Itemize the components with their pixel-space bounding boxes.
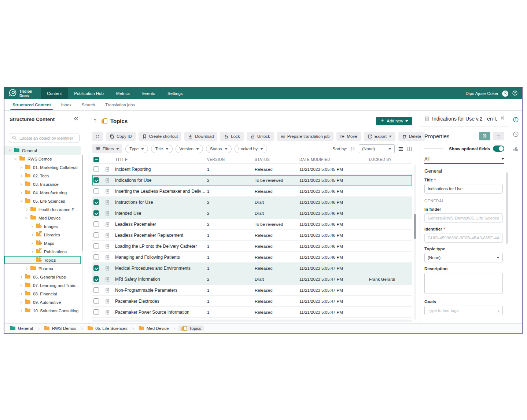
- chevron-down-icon[interactable]: [18, 199, 24, 203]
- table-row-mri-safety-information[interactable]: MRI Safety Information2Draft11/21/2023 5…: [92, 274, 412, 285]
- row-checkbox[interactable]: [93, 287, 99, 293]
- topnav-item-events[interactable]: Events: [136, 88, 161, 99]
- lock-button[interactable]: Lock: [220, 132, 243, 141]
- tree-item-general[interactable]: General: [4, 146, 81, 155]
- chevron-right-icon[interactable]: [18, 275, 24, 279]
- table-row-intended-use[interactable]: Intended Use2Draft11/21/2023 5:05:46 PM: [92, 208, 412, 219]
- table-row-leadless-pacemaker[interactable]: Leadless Pacemaker2To be reviewed11/21/2…: [92, 219, 412, 230]
- filter-pill-type[interactable]: Type: [125, 145, 148, 153]
- chevron-right-icon[interactable]: [18, 174, 24, 178]
- panel-scrollbar[interactable]: [506, 172, 508, 244]
- topnav-item-content[interactable]: Content: [41, 88, 68, 99]
- table-row-loading-the-lp-onto-the-delivery-catheter[interactable]: Loading the LP onto the Delivery Cathete…: [92, 241, 412, 252]
- tree-item-topics[interactable]: Topics: [4, 256, 81, 264]
- topnav-item-metrics[interactable]: Metrics: [110, 88, 136, 99]
- table-horizontal-scrollbar[interactable]: [92, 320, 412, 322]
- row-checkbox[interactable]: [93, 298, 99, 304]
- tree-item-02-tech[interactable]: 02. Tech: [4, 172, 81, 180]
- goals-input[interactable]: [424, 306, 503, 315]
- chevron-right-icon[interactable]: [29, 242, 35, 245]
- close-panel-button[interactable]: [500, 115, 505, 122]
- tab-inbox[interactable]: Inbox: [61, 99, 71, 110]
- tree-item-maps[interactable]: Maps: [4, 239, 81, 247]
- row-checkbox[interactable]: [93, 221, 99, 227]
- row-checkbox[interactable]: [93, 166, 99, 172]
- history-tab-icon[interactable]: [513, 131, 519, 137]
- tree-item-rws-demos[interactable]: RWS Demos: [4, 155, 81, 163]
- chevron-right-icon[interactable]: [18, 309, 24, 313]
- user-avatar[interactable]: [502, 91, 508, 97]
- row-checkbox[interactable]: [93, 210, 99, 216]
- row-checkbox[interactable]: [93, 254, 99, 260]
- table-row-managing-and-following-patients[interactable]: Managing and Following Patients1Released…: [92, 252, 412, 263]
- row-checkbox[interactable]: [93, 243, 99, 249]
- prepare-translation-job-button[interactable]: Prepare translation job: [277, 132, 333, 141]
- select-all-checkbox[interactable]: [93, 157, 99, 162]
- row-checkbox[interactable]: [93, 276, 99, 282]
- chevron-down-icon[interactable]: [7, 149, 13, 152]
- column-status[interactable]: STATUS: [255, 158, 299, 162]
- breadcrumb-item-topics[interactable]: Topics: [178, 325, 204, 331]
- tree-item-libraries[interactable]: Libraries: [4, 231, 81, 239]
- help-button[interactable]: [512, 90, 518, 97]
- column-date-modified[interactable]: DATE MODIFIED: [299, 158, 369, 162]
- grid-view-icon[interactable]: [407, 146, 412, 152]
- chevron-right-icon[interactable]: [29, 233, 35, 237]
- breadcrumb-item-med-device[interactable]: Med Device: [137, 325, 170, 331]
- table-scrollbar[interactable]: [414, 165, 416, 320]
- row-checkbox[interactable]: [93, 265, 99, 271]
- breadcrumb-item-general[interactable]: General: [9, 325, 34, 331]
- undo-button[interactable]: [493, 132, 504, 140]
- tree-item-05-life-sciences[interactable]: 05. Life Sciences: [4, 197, 81, 205]
- table-row-pacemaker-power-source-information[interactable]: Pacemaker Power Source Information1Relea…: [92, 307, 412, 318]
- chevron-right-icon[interactable]: [18, 284, 24, 287]
- chevron-right-icon[interactable]: [29, 250, 35, 254]
- add-new-button[interactable]: Add new: [376, 117, 412, 125]
- info-tab-icon[interactable]: [513, 117, 519, 123]
- chevron-right-icon[interactable]: [24, 208, 30, 211]
- table-row-medical-procedures-and-environments[interactable]: Medical Procedures and Environments1Rele…: [92, 263, 412, 274]
- filter-pill-status[interactable]: Status: [206, 145, 232, 153]
- tab-translation-jobs[interactable]: Translation jobs: [105, 99, 135, 110]
- go-up-button[interactable]: [92, 118, 98, 125]
- field-filter-dropdown[interactable]: All: [424, 155, 504, 164]
- unlock-button[interactable]: Unlock: [247, 132, 274, 141]
- table-row-pacemaker-electrodes[interactable]: Pacemaker Electrodes1Released11/21/2023 …: [92, 296, 412, 307]
- preview-tab-icon[interactable]: [513, 146, 519, 152]
- filters-button[interactable]: Filters: [92, 144, 122, 153]
- chevron-right-icon[interactable]: [29, 225, 35, 228]
- chevron-right-icon[interactable]: [18, 183, 24, 186]
- breadcrumb-item-05-life-sciences[interactable]: 05. Life Sciences: [86, 325, 129, 331]
- table-row-instructions-for-use[interactable]: Instructions for Use2Draft11/21/2023 5:0…: [92, 197, 412, 208]
- tree-item-07-learning-and-train[interactable]: 07. Learning and Train...: [4, 281, 81, 290]
- chevron-down-icon[interactable]: [24, 216, 30, 220]
- tree-item-01-marketing-collateral[interactable]: 01. Marketing Collateral: [4, 163, 81, 172]
- sort-direction-icon[interactable]: [350, 146, 355, 151]
- export-button[interactable]: Export: [364, 132, 395, 141]
- filter-pill-locked-by[interactable]: Locked by: [235, 145, 267, 153]
- table-row-leadless-pacemaker-replacement[interactable]: Leadless Pacemaker Replacement1Released1…: [92, 230, 412, 241]
- row-checkbox[interactable]: [93, 232, 99, 238]
- filter-pill-title[interactable]: Title: [151, 145, 172, 153]
- chevron-right-icon[interactable]: [18, 191, 24, 195]
- row-checkbox[interactable]: [93, 188, 99, 194]
- tree-item-04-manufacturing[interactable]: 04. Manufacturing: [4, 188, 81, 197]
- list-view-icon[interactable]: [398, 146, 403, 152]
- topnav-item-publication-hub[interactable]: Publication Hub: [68, 88, 110, 99]
- chevron-right-icon[interactable]: [24, 267, 30, 270]
- tab-search[interactable]: Search: [82, 99, 95, 110]
- table-row-indications-for-use[interactable]: Indications for Use2To be reviewed11/21/…: [92, 175, 412, 186]
- create-shortcut-button[interactable]: Create shortcut: [139, 132, 182, 141]
- title-field-input[interactable]: [424, 184, 503, 194]
- topnav-item-settings[interactable]: Settings: [161, 88, 189, 99]
- tree-item-10-solutions-consulting[interactable]: 10. Solutions Consulting: [4, 306, 81, 315]
- tree-item-images[interactable]: Images: [4, 222, 81, 231]
- topic-type-dropdown[interactable]: (None): [424, 253, 503, 262]
- tree-item-08-financial[interactable]: 08. Financial: [4, 290, 81, 298]
- identifier-search-input[interactable]: [9, 133, 80, 143]
- chevron-right-icon[interactable]: [18, 301, 24, 304]
- chevron-right-icon[interactable]: [18, 166, 24, 169]
- column-version[interactable]: VERSION: [207, 158, 255, 162]
- copy-id-button[interactable]: Copy ID: [106, 132, 136, 141]
- save-button[interactable]: [479, 132, 490, 140]
